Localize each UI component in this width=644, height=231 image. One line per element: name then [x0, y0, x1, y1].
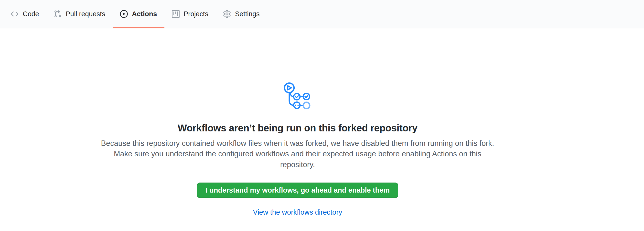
view-workflows-directory-link[interactable]: View the workflows directory	[253, 208, 342, 216]
tab-label: Pull requests	[66, 11, 105, 17]
code-icon	[11, 10, 18, 18]
tab-label: Actions	[132, 11, 157, 17]
workflows-link-row: View the workflows directory	[0, 198, 595, 216]
play-circle-icon	[120, 10, 128, 18]
tab-label: Projects	[184, 11, 208, 17]
git-pull-request-icon	[54, 10, 62, 18]
tab-pull-requests[interactable]: Pull requests	[46, 0, 113, 28]
tab-label: Settings	[235, 11, 260, 17]
enable-workflows-button[interactable]: I understand my workflows, go ahead and …	[197, 182, 398, 198]
tab-actions[interactable]: Actions	[113, 0, 164, 28]
tab-code[interactable]: Code	[4, 0, 46, 28]
tab-label: Code	[23, 11, 39, 17]
repo-tab-bar: Code Pull requests Actions Projects Sett…	[0, 0, 644, 28]
tab-settings[interactable]: Settings	[216, 0, 267, 28]
actions-blankslate: Workflows aren’t being run on this forke…	[0, 28, 595, 216]
tab-projects[interactable]: Projects	[164, 0, 216, 28]
enable-button-row: I understand my workflows, go ahead and …	[0, 170, 595, 198]
project-icon	[172, 10, 180, 18]
gear-icon	[223, 10, 231, 18]
page-title: Workflows aren’t being run on this forke…	[0, 122, 595, 134]
blankslate-description: Because this repository contained workfl…	[100, 138, 496, 170]
workflow-graph-icon	[284, 82, 312, 110]
